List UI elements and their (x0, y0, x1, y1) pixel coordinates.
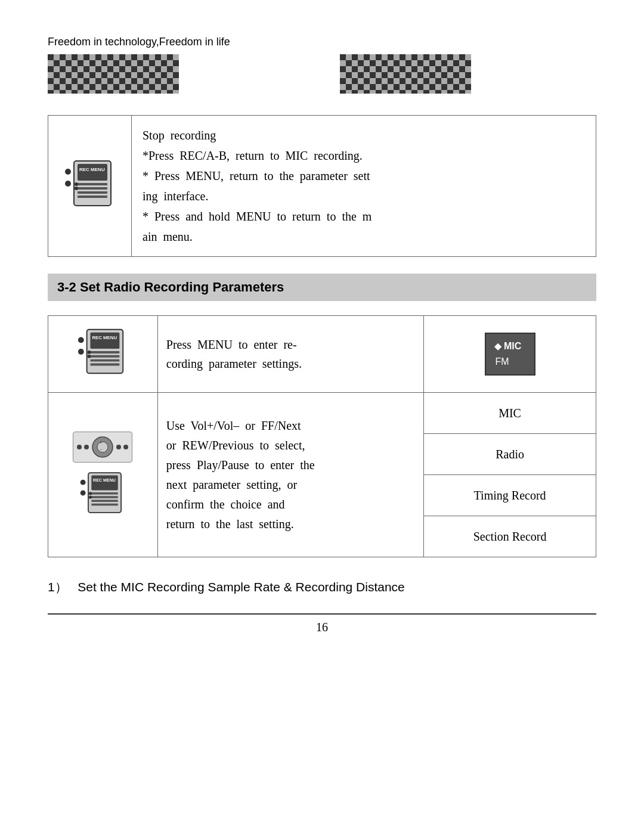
rec-menu-device-icon-3: REC MENU (79, 467, 126, 518)
fm-option-display: FM (494, 354, 526, 370)
params-row2-icon: + − REC MENU (48, 393, 158, 557)
svg-point-11 (65, 181, 71, 187)
svg-rect-42 (92, 496, 118, 498)
svg-rect-16 (78, 187, 107, 190)
desc-line6: return to the last setting. (166, 517, 294, 531)
svg-text:REC MENU: REC MENU (92, 335, 117, 340)
rec-menu-device-icon-2: REC MENU (76, 323, 129, 380)
tagline: Freedom in technology,Freedom in life (48, 36, 596, 48)
svg-point-19 (75, 182, 78, 186)
svg-text:+: + (100, 441, 102, 445)
svg-point-31 (88, 355, 91, 358)
svg-text:REC MENU: REC MENU (79, 167, 105, 172)
stop-line3: * Press MENU, return to the parameter se… (143, 166, 585, 186)
option-mic: MIC (424, 393, 596, 434)
params-row1-desc: Press MENU to enter re-cording parameter… (157, 316, 423, 393)
svg-point-33 (97, 442, 108, 452)
svg-rect-27 (91, 355, 120, 358)
page-number: 16 (48, 621, 596, 634)
params-row2-desc: Use Vol+/Vol– or FF/Next or REW/Previous… (157, 393, 423, 557)
option-timing-record: Timing Record (424, 475, 596, 516)
svg-rect-28 (91, 359, 120, 362)
params-table: REC MENU Press MENU to enter re-cording … (48, 315, 596, 557)
svg-point-21 (78, 337, 84, 343)
svg-rect-4 (48, 54, 179, 94)
desc-line3: press Play/Pause to enter the (166, 458, 315, 472)
svg-point-10 (65, 169, 71, 175)
option-section-record: Section Record (424, 516, 596, 557)
svg-point-37 (80, 491, 86, 496)
svg-rect-44 (92, 504, 118, 506)
note-paren: 1） (48, 580, 67, 594)
svg-point-36 (80, 480, 86, 485)
svg-rect-26 (91, 351, 120, 353)
stop-line2: *Press REC/A-B, return to MIC recording. (143, 145, 585, 166)
stop-rec-icon-cell: REC MENU (48, 116, 132, 257)
desc-line2: or REW/Previous to select, (166, 439, 305, 452)
stop-line5: * Press and hold MENU to return to the m (143, 206, 585, 227)
note-text: Set the MIC Recording Sample Rate & Reco… (78, 580, 405, 594)
two-device-icons: + − REC MENU (57, 432, 149, 518)
stop-recording-table: REC MENU Stop recording *Press REC/A-B, … (48, 115, 596, 257)
params-row1-option: ◆ MIC FM (424, 316, 596, 393)
left-checkerboard (48, 54, 185, 97)
nav-wheel-icon: + − (91, 436, 114, 458)
svg-point-46 (89, 495, 92, 498)
page-divider (48, 613, 596, 615)
svg-point-22 (78, 349, 84, 355)
mic-option-display: ◆ MIC (494, 339, 526, 354)
desc-line1: Use Vol+/Vol– or FF/Next (166, 419, 301, 432)
desc-line5: confirm the choice and (166, 498, 285, 511)
svg-rect-9 (340, 54, 471, 94)
svg-point-45 (89, 492, 92, 495)
bottom-note: 1） Set the MIC Recording Sample Rate & R… (48, 579, 596, 595)
params-row2-options: MIC Radio Timing Record Section Record (424, 393, 596, 557)
right-checkerboard (340, 54, 477, 97)
svg-text:−: − (100, 448, 102, 452)
svg-point-30 (88, 350, 91, 354)
svg-text:REC MENU: REC MENU (93, 478, 116, 483)
section-32-heading: 3-2 Set Radio Recording Parameters (48, 274, 596, 301)
stop-line1: Stop recording (143, 125, 585, 145)
svg-point-20 (75, 187, 78, 190)
svg-rect-41 (92, 492, 118, 495)
rec-menu-device-icon: REC MENU (63, 155, 117, 212)
option-radio: Radio (424, 434, 596, 475)
stop-line4: ing interface. (143, 186, 585, 206)
svg-rect-43 (92, 500, 118, 502)
stop-recording-text: Stop recording *Press REC/A-B, return to… (132, 116, 596, 257)
svg-rect-18 (78, 196, 107, 198)
svg-rect-17 (78, 191, 107, 194)
desc-line4: next parameter setting, or (166, 478, 297, 491)
svg-rect-29 (91, 364, 120, 366)
params-row1-icon: REC MENU (48, 316, 158, 393)
logo-row (48, 54, 596, 97)
svg-rect-15 (78, 183, 107, 185)
stop-line6: ain menu. (143, 227, 585, 247)
